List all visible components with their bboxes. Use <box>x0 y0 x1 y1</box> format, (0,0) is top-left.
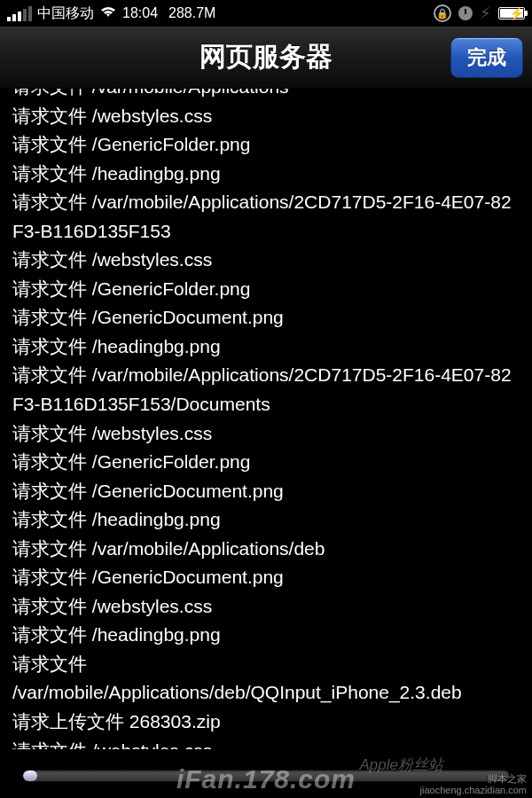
log-line: 请求上传文件 268303.zip <box>12 708 520 737</box>
log-line: 请求文件 /var/mobile/Applications/2CD717D5-2… <box>12 188 520 246</box>
carrier-label: 中国移动 <box>37 4 94 23</box>
log-line: 请求文件 /webstyles.css <box>12 592 520 622</box>
progress-bar <box>22 770 510 782</box>
log-line: 请求文件 /GenericFolder.png <box>12 130 520 160</box>
log-line: 请求文件 /GenericFolder.png <box>12 448 520 477</box>
log-line: 请求文件 /headingbg.png <box>12 505 520 535</box>
nav-bar: 网页服务器 完成 <box>0 27 532 89</box>
log-line: 请求文件 /var/mobile/Applications/deb <box>12 535 520 564</box>
done-button[interactable]: 完成 <box>450 37 523 78</box>
log-line: 请求文件 /GenericDocument.png <box>12 563 520 592</box>
log-line: 请求文件 /GenericDocument.png <box>12 303 520 332</box>
progress-fill <box>23 771 37 781</box>
page-title: 网页服务器 <box>200 39 332 75</box>
status-right: 🔒 ⚡︎ ⚡ <box>434 4 525 23</box>
alarm-icon <box>458 6 473 20</box>
log-line: 请求文件 /headingbg.png <box>12 160 520 189</box>
battery-icon: ⚡ <box>498 7 525 20</box>
log-line: 请求文件 /GenericFolder.png <box>12 275 520 304</box>
log-line: 请求文件 /var/mobile/Applications <box>12 89 520 102</box>
log-line: 请求文件 /headingbg.png <box>12 621 520 650</box>
wifi-icon <box>99 5 117 22</box>
log-line: 请求文件 /webstyles.css <box>12 737 520 749</box>
memory-label: 288.7M <box>168 5 215 21</box>
rotation-lock-icon: 🔒 <box>434 4 451 22</box>
log-line: 请求文件 /var/mobile/Applications/2CD717D5-2… <box>12 361 520 419</box>
status-left: 中国移动 18:04 288.7M <box>7 4 434 23</box>
bluetooth-icon: ⚡︎ <box>480 4 491 23</box>
log-line: 请求文件 /webstyles.css <box>12 246 520 275</box>
log-line: 请求文件 /webstyles.css <box>12 102 520 131</box>
signal-icon <box>7 6 32 21</box>
log-output[interactable]: 请求文件 /var/mobile/Applications请求文件 /webst… <box>0 89 532 749</box>
log-line: 请求文件 /webstyles.css <box>12 419 520 449</box>
log-line: 请求文件 /headingbg.png <box>12 332 520 362</box>
log-line: 请求文件 /GenericDocument.png <box>12 477 520 506</box>
log-line: /var/mobile/Applications/deb/QQInput_iPh… <box>12 678 520 708</box>
time-label: 18:04 <box>122 5 158 21</box>
log-line: 请求文件 <box>12 650 520 679</box>
status-bar: 中国移动 18:04 288.7M 🔒 ⚡︎ ⚡ <box>0 0 532 27</box>
